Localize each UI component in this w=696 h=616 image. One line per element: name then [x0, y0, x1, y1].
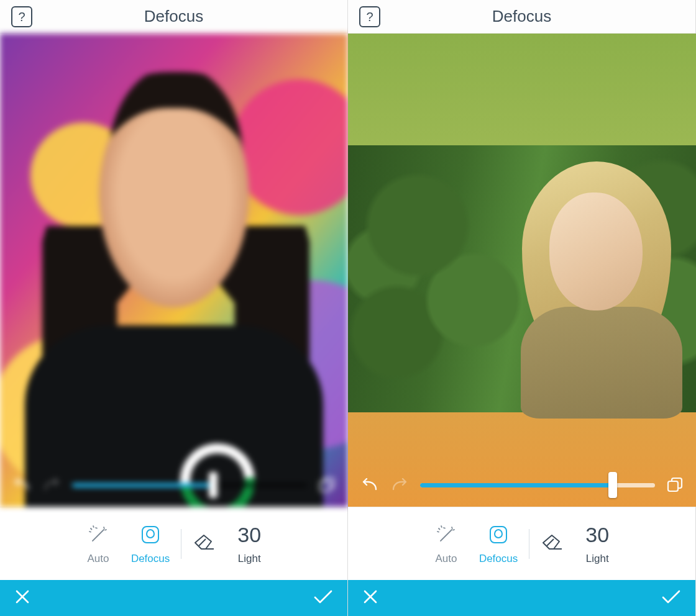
slider-fill — [420, 483, 613, 487]
compare-button[interactable] — [316, 474, 338, 496]
photo-canvas[interactable] — [348, 34, 696, 507]
auto-label: Auto — [435, 553, 457, 565]
magic-wand-icon — [434, 523, 458, 546]
bottom-bar — [348, 580, 695, 616]
intensity-slider[interactable] — [420, 474, 655, 496]
defocus-icon — [487, 523, 510, 546]
portrait-face — [87, 108, 261, 325]
svg-rect-2 — [668, 481, 678, 491]
confirm-button[interactable] — [661, 588, 682, 608]
redo-button — [389, 474, 411, 496]
tool-bar: Auto Defocus 30 Light — [348, 507, 695, 580]
close-icon — [14, 588, 31, 605]
defocus-tool[interactable]: Defocus — [479, 523, 518, 565]
svg-rect-3 — [490, 527, 506, 543]
light-value: 30 — [585, 523, 609, 546]
photo-canvas[interactable] — [0, 34, 348, 507]
light-value: 30 — [237, 523, 261, 546]
compare-button[interactable] — [664, 474, 686, 496]
page-title: Defocus — [348, 7, 695, 26]
light-label: Light — [586, 553, 609, 565]
light-readout: 30 Light — [585, 523, 609, 565]
svg-rect-1 — [142, 527, 158, 543]
close-icon — [362, 588, 379, 605]
slider-thumb[interactable] — [209, 472, 218, 498]
defocus-tool[interactable]: Defocus — [131, 523, 170, 565]
help-button[interactable]: ? — [11, 6, 32, 27]
canvas-overlay-controls — [0, 463, 348, 507]
canvas-overlay-controls — [348, 463, 696, 507]
header: ? Defocus — [348, 0, 695, 34]
cancel-button[interactable] — [14, 588, 31, 608]
slider-thumb[interactable] — [608, 472, 617, 498]
undo-button[interactable] — [358, 474, 380, 496]
defocus-tool-group: Defocus — [479, 523, 564, 565]
editor-pane-right: ? Defocus — [348, 0, 696, 616]
defocus-label: Defocus — [131, 553, 170, 565]
help-button[interactable]: ? — [359, 6, 380, 27]
eraser-tool[interactable] — [541, 533, 564, 555]
undo-button[interactable] — [10, 474, 32, 496]
editor-pane-left: ? Defocus — [0, 0, 348, 616]
portrait-face — [549, 192, 643, 310]
tool-bar: Auto Defocus 30 Light — [0, 507, 347, 580]
check-icon — [661, 588, 682, 605]
svg-rect-0 — [320, 481, 330, 491]
magic-wand-icon — [86, 523, 110, 546]
light-readout: 30 Light — [237, 523, 261, 565]
auto-label: Auto — [87, 553, 109, 565]
auto-tool[interactable]: Auto — [434, 523, 458, 565]
defocus-label: Defocus — [479, 553, 518, 565]
auto-tool[interactable]: Auto — [86, 523, 110, 565]
question-mark-icon: ? — [18, 10, 25, 24]
check-icon — [313, 588, 334, 605]
toolbar-divider — [181, 529, 181, 559]
portrait-torso — [521, 307, 682, 419]
page-title: Defocus — [0, 7, 347, 26]
cancel-button[interactable] — [362, 588, 379, 608]
question-mark-icon: ? — [366, 10, 373, 24]
defocus-icon — [139, 523, 162, 546]
redo-button — [41, 474, 63, 496]
intensity-slider[interactable] — [72, 474, 307, 496]
header: ? Defocus — [0, 0, 347, 34]
light-label: Light — [238, 553, 261, 565]
defocus-tool-group: Defocus — [131, 523, 216, 565]
eraser-tool[interactable] — [193, 533, 216, 555]
slider-fill — [72, 483, 213, 487]
bottom-bar — [0, 580, 347, 616]
toolbar-divider — [529, 529, 529, 559]
confirm-button[interactable] — [313, 588, 334, 608]
